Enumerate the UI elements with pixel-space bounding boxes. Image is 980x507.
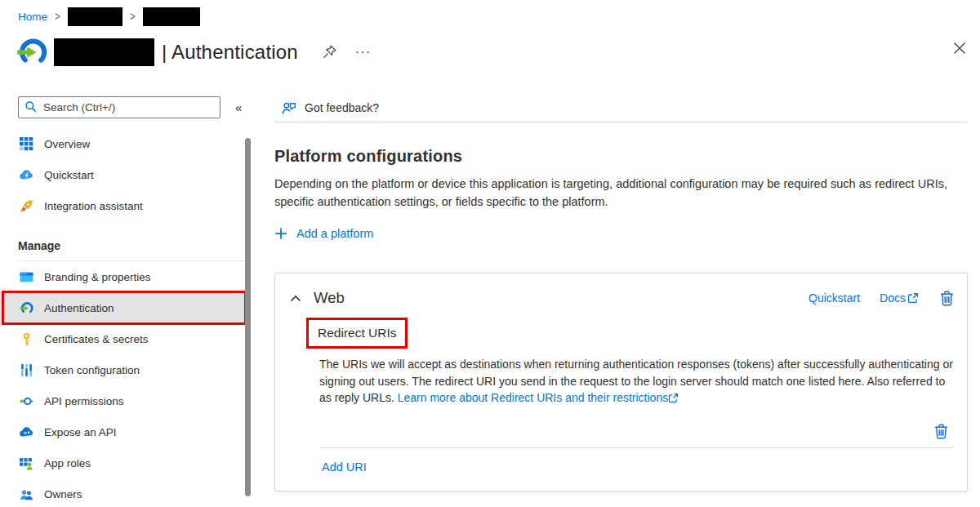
sidebar-item-label: Expose an API [44, 426, 117, 438]
cloud-api-icon [20, 425, 33, 439]
sidebar-item-label: Authentication [44, 302, 114, 314]
api-permissions-icon [20, 394, 33, 408]
chevron-up-icon [290, 294, 301, 303]
sidebar-search-row: « [18, 96, 274, 118]
trash-icon [940, 291, 954, 306]
search-input[interactable] [18, 96, 220, 118]
breadcrumb-separator-icon: > [55, 9, 60, 24]
sliders-icon [20, 363, 33, 377]
pin-button[interactable] [321, 44, 337, 60]
web-card-header: Web Quickstart Docs [288, 282, 954, 314]
docs-label: Docs [880, 291, 906, 305]
main-content: Got feedback? Platform configurations De… [274, 82, 980, 507]
feedback-button[interactable]: Got feedback? [274, 96, 968, 119]
page-header: | Authentication ... [16, 33, 980, 72]
sidebar-item-app-roles[interactable]: App roles [0, 447, 247, 478]
sidebar-item-authentication[interactable]: Authentication [0, 292, 247, 323]
breadcrumb-redacted-item [143, 7, 200, 26]
learn-more-link[interactable]: Learn more about Redirect URIs and their… [398, 391, 668, 404]
sidebar-item-api-permissions[interactable]: API permissions [0, 385, 247, 416]
breadcrumb-separator-icon: > [130, 9, 136, 24]
sidebar-item-label: Branding & properties [44, 271, 151, 283]
web-platform-card: Web Quickstart Docs [274, 273, 968, 491]
browser-window-icon [20, 270, 33, 284]
sidebar-scrollbar[interactable] [245, 138, 251, 496]
sidebar-item-certificates-secrets[interactable]: Certificates & secrets [0, 323, 247, 354]
breadcrumb-redacted-item[interactable] [68, 7, 122, 26]
sidebar-nav: Overview Quickstart Integration assistan… [0, 128, 274, 507]
sidebar-item-quickstart[interactable]: Quickstart [0, 159, 247, 190]
platform-configurations-heading: Platform configurations [274, 147, 968, 166]
owners-icon [20, 487, 33, 501]
external-link-icon [668, 393, 679, 403]
sidebar: « Overview Quickstar [0, 82, 274, 507]
delete-platform-button[interactable] [940, 291, 954, 306]
sidebar-item-label: Certificates & secrets [44, 333, 149, 345]
grid-icon [20, 137, 33, 151]
sidebar-item-overview[interactable]: Overview [0, 128, 247, 159]
sidebar-item-label: Owners [44, 488, 82, 500]
breadcrumb-home-link[interactable]: Home [18, 11, 47, 23]
feedback-label: Got feedback? [305, 101, 379, 114]
key-icon [20, 332, 33, 346]
redirect-uri-row [288, 416, 954, 447]
sidebar-item-integration-assistant[interactable]: Integration assistant [0, 190, 247, 221]
docs-link[interactable]: Docs [880, 291, 919, 305]
sidebar-item-label: App roles [44, 457, 91, 469]
add-uri-link[interactable]: Add URI [322, 460, 367, 474]
breadcrumb: Home > > [0, 0, 980, 25]
sidebar-item-branding-properties[interactable]: Branding & properties [0, 261, 247, 292]
sidebar-section-manage: Manage [0, 231, 274, 260]
sidebar-item-token-configuration[interactable]: Token configuration [0, 354, 247, 385]
sidebar-item-label: Integration assistant [44, 200, 143, 212]
sidebar-item-owners[interactable]: Owners [0, 478, 247, 507]
page-body: « Overview Quickstar [0, 82, 980, 507]
delete-uri-button[interactable] [934, 424, 948, 439]
add-platform-button[interactable]: Add a platform [274, 224, 373, 243]
sidebar-item-label: Token configuration [44, 364, 140, 376]
toolbar-divider [274, 122, 968, 122]
platform-description: Depending on the platform or device this… [274, 176, 947, 211]
trash-icon [934, 424, 948, 439]
external-link-icon [907, 292, 919, 304]
redirect-uris-description: The URIs we will accept as destinations … [319, 356, 954, 407]
app-registration-icon [16, 37, 47, 68]
web-card-links: Quickstart Docs [808, 291, 919, 305]
pin-icon [321, 44, 337, 60]
search-icon [24, 100, 38, 113]
sidebar-item-label: API permissions [44, 395, 124, 407]
search-field-wrap [18, 96, 220, 118]
sidebar-item-label: Quickstart [44, 169, 94, 181]
rocket-icon [20, 199, 33, 213]
red-highlight-box [2, 291, 247, 325]
cloud-quickstart-icon [20, 168, 33, 182]
page-title: | Authentication [162, 41, 298, 64]
uri-row-divider [319, 447, 954, 448]
plus-icon [274, 227, 287, 240]
quickstart-link[interactable]: Quickstart [808, 291, 860, 305]
auth-arrow-icon [20, 301, 33, 315]
app-roles-icon [20, 456, 33, 470]
close-button[interactable] [953, 42, 966, 58]
sidebar-item-label: Overview [44, 138, 90, 150]
more-options-button[interactable]: ... [355, 45, 372, 60]
redirect-uris-heading: Redirect URIs [306, 318, 408, 349]
close-icon [953, 42, 966, 55]
feedback-icon [282, 101, 296, 115]
sidebar-collapse-button[interactable]: « [235, 100, 242, 114]
collapse-section-button[interactable] [288, 292, 303, 305]
app-name-redacted [54, 38, 154, 66]
sidebar-item-expose-an-api[interactable]: Expose an API [0, 416, 247, 447]
add-platform-label: Add a platform [296, 227, 373, 240]
web-card-title: Web [314, 289, 345, 307]
